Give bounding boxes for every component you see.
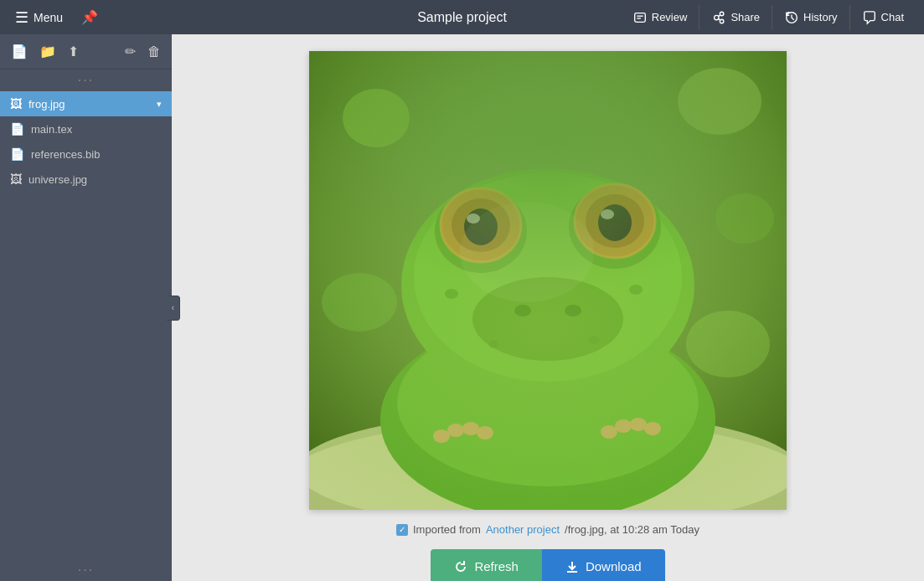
- svg-point-12: [715, 193, 774, 244]
- svg-point-41: [602, 424, 661, 457]
- svg-point-16: [309, 411, 787, 510]
- sidebar-collapse-button[interactable]: ‹: [167, 296, 180, 321]
- file-name: main.tex: [31, 123, 162, 136]
- action-buttons: Refresh Download: [431, 549, 664, 581]
- share-icon: [711, 10, 726, 25]
- svg-point-40: [435, 428, 493, 461]
- drag-handle-top: ···: [0, 69, 172, 91]
- svg-point-45: [477, 426, 493, 440]
- svg-point-23: [441, 188, 521, 262]
- refresh-button[interactable]: Refresh: [431, 549, 542, 581]
- svg-rect-0: [634, 13, 645, 22]
- image-file-icon: 🖼: [10, 97, 22, 111]
- import-link[interactable]: Another project: [486, 523, 560, 536]
- drag-handle-bottom: ···: [0, 559, 172, 581]
- share-button[interactable]: Share: [699, 5, 772, 30]
- svg-point-17: [380, 319, 715, 510]
- svg-point-28: [598, 204, 632, 241]
- pin-icon[interactable]: 📌: [81, 9, 98, 25]
- file-name: references.bib: [31, 148, 162, 161]
- history-icon: [784, 10, 799, 25]
- svg-point-26: [586, 194, 644, 248]
- svg-line-6: [719, 14, 720, 16]
- svg-point-39: [589, 336, 599, 344]
- menu-button[interactable]: ☰ Menu: [8, 5, 70, 30]
- new-file-icon[interactable]: 📄: [8, 41, 30, 62]
- svg-rect-9: [309, 51, 787, 510]
- history-label: History: [803, 11, 837, 23]
- svg-point-14: [686, 311, 770, 378]
- file-item-main[interactable]: 📄 main.tex: [0, 116, 172, 141]
- svg-point-13: [322, 273, 397, 332]
- svg-point-18: [397, 319, 699, 486]
- svg-point-25: [452, 198, 510, 252]
- download-button[interactable]: Download: [542, 549, 665, 581]
- svg-point-37: [629, 285, 643, 295]
- file-name: universe.jpg: [28, 173, 162, 186]
- file-item-universe[interactable]: 🖼 universe.jpg: [0, 167, 172, 192]
- download-label: Download: [586, 559, 642, 573]
- svg-point-19: [401, 168, 694, 403]
- sidebar: 📄 📁 ⬆ ✏ 🗑 ··· 🖼 frog.jpg ▾ 📄 main.tex 📄 …: [0, 34, 172, 581]
- svg-point-29: [467, 213, 480, 224]
- review-button[interactable]: Review: [621, 5, 699, 30]
- top-nav: ☰ Menu 📌 Sample project Review Share: [0, 0, 924, 34]
- svg-point-44: [462, 422, 479, 435]
- review-label: Review: [652, 11, 688, 23]
- tex-file-icon: 📄: [10, 122, 24, 136]
- nav-left: ☰ Menu 📌: [8, 5, 98, 30]
- svg-line-7: [719, 18, 720, 20]
- chat-button[interactable]: Chat: [849, 5, 916, 30]
- menu-icon: ☰: [15, 8, 28, 27]
- import-checkbox: ✓: [396, 524, 408, 536]
- svg-point-11: [678, 68, 761, 135]
- import-text: Imported from: [413, 523, 481, 536]
- file-item-frog[interactable]: 🖼 frog.jpg ▾: [0, 91, 172, 116]
- svg-point-50: [460, 202, 594, 302]
- svg-point-34: [514, 305, 531, 316]
- svg-point-21: [435, 189, 527, 273]
- image-file-icon: 🖼: [10, 172, 22, 186]
- menu-label: Menu: [34, 11, 63, 24]
- svg-point-5: [720, 19, 725, 23]
- download-icon: [565, 560, 579, 573]
- svg-point-24: [575, 184, 655, 258]
- svg-point-20: [414, 172, 682, 382]
- file-list: 🖼 frog.jpg ▾ 📄 main.tex 📄 references.bib…: [0, 91, 172, 559]
- frog-image: [309, 51, 787, 510]
- delete-icon[interactable]: 🗑: [145, 42, 163, 62]
- share-label: Share: [730, 11, 760, 23]
- file-name: frog.jpg: [28, 98, 150, 111]
- chevron-down-icon: ▾: [157, 99, 162, 110]
- svg-point-42: [433, 429, 450, 443]
- layout: 📄 📁 ⬆ ✏ 🗑 ··· 🖼 frog.jpg ▾ 📄 main.tex 📄 …: [0, 34, 924, 581]
- svg-point-35: [565, 305, 581, 316]
- upload-icon[interactable]: ⬆: [65, 41, 81, 62]
- svg-point-27: [464, 208, 498, 245]
- chat-label: Chat: [881, 11, 904, 23]
- svg-point-15: [309, 419, 787, 510]
- svg-point-32: [575, 184, 655, 258]
- history-button[interactable]: History: [772, 5, 849, 30]
- main-content: ✓ Imported from Another project /frog.jp…: [172, 34, 924, 581]
- svg-point-38: [488, 340, 498, 348]
- project-title: Sample project: [417, 10, 507, 25]
- image-preview: [309, 51, 787, 510]
- edit-icon[interactable]: ✏: [122, 41, 138, 62]
- import-info: ✓ Imported from Another project /frog.jp…: [396, 523, 699, 536]
- svg-point-4: [720, 12, 725, 16]
- import-path: /frog.jpg, at 10:28 am Today: [565, 523, 699, 536]
- svg-point-10: [343, 89, 410, 147]
- svg-point-48: [630, 418, 647, 431]
- file-item-references[interactable]: 📄 references.bib: [0, 141, 172, 167]
- svg-point-30: [601, 209, 614, 219]
- frog-svg: [309, 51, 787, 510]
- collapse-icon: ‹: [172, 303, 174, 312]
- sidebar-toolbar: 📄 📁 ⬆ ✏ 🗑: [0, 34, 172, 69]
- svg-point-47: [615, 419, 632, 433]
- nav-right: Review Share History: [621, 5, 916, 30]
- refresh-label: Refresh: [474, 559, 519, 573]
- new-folder-icon[interactable]: 📁: [37, 41, 59, 62]
- bib-file-icon: 📄: [10, 147, 24, 161]
- svg-point-31: [441, 188, 521, 262]
